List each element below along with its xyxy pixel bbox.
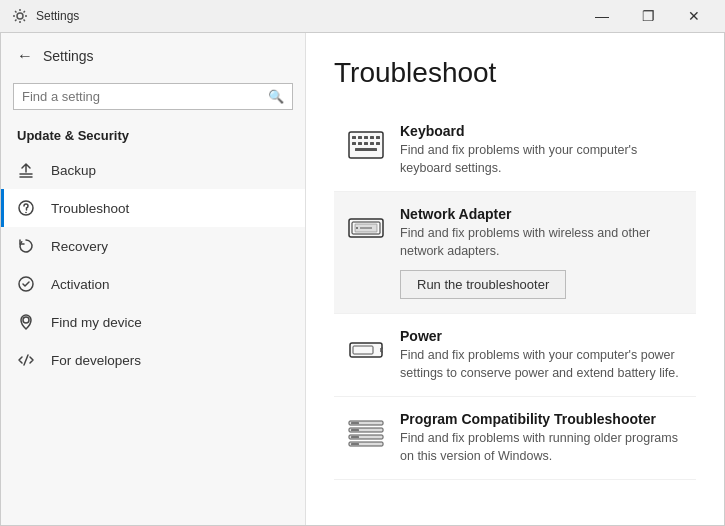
svg-rect-13	[364, 142, 368, 145]
svg-rect-9	[370, 136, 374, 139]
sidebar-item-find-my-device[interactable]: Find my device	[1, 303, 305, 341]
run-troubleshooter-button[interactable]: Run the troubleshooter	[400, 270, 566, 299]
sidebar-item-recovery[interactable]: Recovery	[1, 227, 305, 265]
sidebar-item-for-developers[interactable]: For developers	[1, 341, 305, 379]
svg-rect-10	[376, 136, 380, 139]
recovery-icon	[17, 237, 37, 255]
minimize-button[interactable]: —	[579, 0, 625, 32]
window-controls: — ❐ ✕	[579, 0, 717, 32]
troubleshoot-icon	[17, 199, 37, 217]
program-compat-item-title: Program Compatibility Troubleshooter	[400, 411, 684, 427]
program-compat-item-text: Program Compatibility Troubleshooter Fin…	[400, 411, 684, 465]
power-item-desc: Find and fix problems with your computer…	[400, 347, 684, 382]
svg-rect-33	[351, 436, 359, 438]
back-arrow-icon: ←	[17, 47, 33, 65]
svg-rect-12	[358, 142, 362, 145]
troubleshoot-item-power: Power Find and fix problems with your co…	[334, 314, 696, 397]
title-bar: Settings — ❐ ✕	[0, 0, 725, 32]
power-item-title: Power	[400, 328, 684, 344]
content-panel: Troubleshoot	[306, 33, 724, 525]
search-input[interactable]	[22, 89, 262, 104]
sidebar-item-find-my-device-label: Find my device	[51, 315, 142, 330]
troubleshoot-item-network-adapter: Network Adapter Find and fix problems wi…	[334, 192, 696, 314]
settings-app-icon	[12, 8, 28, 24]
sidebar-item-activation-label: Activation	[51, 277, 110, 292]
keyboard-item-text: Keyboard Find and fix problems with your…	[400, 123, 684, 177]
sidebar-back-title: Settings	[43, 48, 94, 64]
sidebar-item-for-developers-label: For developers	[51, 353, 141, 368]
svg-rect-7	[358, 136, 362, 139]
keyboard-item-desc: Find and fix problems with your computer…	[400, 142, 684, 177]
sidebar-item-troubleshoot-label: Troubleshoot	[51, 201, 129, 216]
svg-rect-15	[376, 142, 380, 145]
program-compat-icon	[346, 413, 386, 453]
network-adapter-item-title: Network Adapter	[400, 206, 684, 222]
page-title: Troubleshoot	[334, 57, 696, 89]
activation-icon	[17, 275, 37, 293]
troubleshoot-item-keyboard: Keyboard Find and fix problems with your…	[334, 109, 696, 192]
power-icon	[346, 330, 386, 370]
keyboard-item-title: Keyboard	[400, 123, 684, 139]
sidebar-item-activation[interactable]: Activation	[1, 265, 305, 303]
sidebar-item-backup-label: Backup	[51, 163, 96, 178]
backup-icon	[17, 161, 37, 179]
svg-rect-16	[355, 148, 377, 151]
sidebar-back-button[interactable]: ← Settings	[1, 33, 305, 79]
svg-rect-14	[370, 142, 374, 145]
svg-rect-8	[364, 136, 368, 139]
svg-point-4	[23, 317, 29, 323]
svg-point-2	[25, 212, 27, 214]
network-adapter-item-desc: Find and fix problems with wireless and …	[400, 225, 684, 260]
developers-icon	[17, 351, 37, 369]
svg-point-20	[356, 227, 358, 229]
svg-rect-6	[352, 136, 356, 139]
svg-rect-11	[352, 142, 356, 145]
sidebar-item-troubleshoot[interactable]: Troubleshoot	[1, 189, 305, 227]
close-button[interactable]: ✕	[671, 0, 717, 32]
network-adapter-icon	[346, 208, 386, 248]
keyboard-icon	[346, 125, 386, 165]
svg-rect-22	[350, 343, 382, 357]
svg-point-0	[17, 13, 23, 19]
sidebar-item-recovery-label: Recovery	[51, 239, 108, 254]
program-compat-item-desc: Find and fix problems with running older…	[400, 430, 684, 465]
title-bar-text: Settings	[36, 9, 79, 23]
svg-rect-35	[351, 443, 359, 445]
sidebar-item-backup[interactable]: Backup	[1, 151, 305, 189]
sidebar: ← Settings 🔍 Update & Security Backup	[1, 33, 306, 525]
search-box[interactable]: 🔍	[13, 83, 293, 110]
troubleshoot-item-program-compat: Program Compatibility Troubleshooter Fin…	[334, 397, 696, 480]
svg-rect-31	[351, 429, 359, 431]
main-container: ← Settings 🔍 Update & Security Backup	[0, 32, 725, 526]
maximize-button[interactable]: ❐	[625, 0, 671, 32]
power-item-text: Power Find and fix problems with your co…	[400, 328, 684, 382]
find-device-icon	[17, 313, 37, 331]
sidebar-section-label: Update & Security	[1, 122, 305, 151]
search-icon: 🔍	[268, 89, 284, 104]
network-adapter-item-text: Network Adapter Find and fix problems wi…	[400, 206, 684, 299]
svg-rect-29	[351, 422, 359, 424]
